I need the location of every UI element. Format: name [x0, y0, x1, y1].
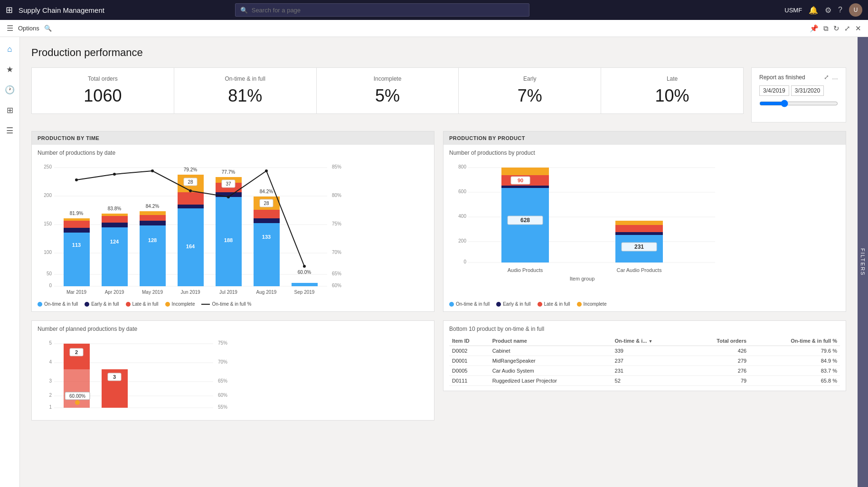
svg-point-60	[151, 169, 154, 172]
cell-on-time-pct: 65.8 %	[749, 376, 840, 386]
notification-icon[interactable]: 🔔	[809, 6, 818, 15]
refresh-icon[interactable]: ↻	[833, 24, 840, 33]
production-time-svg: 250 200 150 100 50 0 85% 80% 75% 70%	[38, 159, 341, 297]
report-date-end[interactable]: 3/31/2020	[791, 85, 824, 96]
cell-on-time-pct: 83.7 %	[749, 366, 840, 376]
svg-text:90: 90	[518, 178, 523, 183]
kpi-on-time-value: 81%	[184, 86, 307, 106]
svg-text:0: 0	[463, 259, 466, 264]
close-icon[interactable]: ✕	[855, 24, 861, 33]
svg-text:800: 800	[458, 164, 466, 169]
svg-text:3: 3	[113, 374, 116, 380]
settings-icon[interactable]: ⚙	[825, 6, 831, 15]
kpi-early-label: Early	[468, 75, 591, 82]
options-search-icon[interactable]: 🔍	[44, 25, 52, 32]
chart-by-time-svg: 250 200 150 100 50 0 85% 80% 75% 70%	[38, 159, 428, 299]
top-nav-right: USMF 🔔 ⚙ ? U	[784, 3, 862, 17]
report-expand-icon[interactable]: ⤢	[824, 74, 829, 81]
options-label: Options	[18, 25, 39, 32]
svg-rect-33	[178, 205, 204, 208]
bar-caraudio-incomplete	[615, 221, 663, 225]
legend-prod-early: Early & in full	[496, 301, 530, 307]
app-grid-icon[interactable]: ⊞	[6, 5, 13, 15]
legend-label-prod-late: Late & in full	[544, 301, 570, 307]
help-icon[interactable]: ?	[838, 6, 842, 14]
chart-by-product-legend: On-time & in full Early & in full Late &…	[449, 301, 840, 307]
company-selector[interactable]: USMF	[784, 7, 802, 14]
svg-text:100: 100	[44, 250, 52, 255]
svg-rect-49	[254, 218, 280, 223]
table-row: D0002 Cabinet 339 426 79.6 %	[449, 346, 840, 356]
hamburger-icon[interactable]: ☰	[7, 24, 13, 33]
content-area: Production performance Total orders 1060…	[20, 37, 858, 487]
report-more-icon[interactable]: …	[832, 74, 838, 81]
svg-point-63	[265, 169, 268, 172]
production-product-svg: 800 600 400 200 0	[449, 159, 734, 297]
cell-total-orders: 426	[688, 346, 749, 356]
legend-prod-incomplete: Incomplete	[577, 301, 607, 307]
svg-text:2: 2	[75, 349, 78, 355]
kpi-section: Total orders 1060 On-time & in full 81% …	[31, 67, 846, 122]
chart-by-product-header: PRODUCTION BY PRODUCT	[443, 131, 846, 145]
kpi-total-orders: Total orders 1060	[31, 67, 174, 114]
svg-text:85%: 85%	[332, 164, 341, 169]
kpi-late: Late 10%	[601, 67, 744, 114]
legend-label-ontime: On-time & in full	[44, 301, 78, 307]
col-item-id: Item ID	[449, 336, 490, 346]
charts-row: PRODUCTION BY TIME Number of productions…	[31, 131, 846, 421]
svg-rect-48	[254, 223, 280, 286]
bar-mar-incomplete	[64, 218, 90, 221]
svg-rect-28	[140, 215, 166, 221]
bar-caraudio-late	[615, 225, 663, 232]
chart-section-right: PRODUCTION BY PRODUCT Number of producti…	[443, 131, 846, 421]
cell-total-orders: 276	[688, 366, 749, 376]
svg-text:60.00%: 60.00%	[69, 393, 85, 399]
filters-panel[interactable]: FILTERS	[858, 37, 868, 487]
global-search-bar[interactable]: 🔍	[235, 3, 529, 17]
chart-by-time-inner: Number of productions by date 250 200 15…	[32, 145, 434, 311]
legend-label-early: Early & in full	[91, 301, 119, 307]
legend-early: Early & in full	[85, 301, 119, 307]
svg-text:5: 5	[49, 340, 52, 346]
report-dates: 3/4/2019 3/31/2020	[759, 85, 838, 96]
chart-by-product: PRODUCTION BY PRODUCT Number of producti…	[443, 131, 846, 312]
svg-text:188: 188	[224, 237, 233, 243]
bar-audio-early	[501, 186, 549, 188]
sidebar-home-icon[interactable]: ⌂	[7, 41, 12, 58]
sidebar-workspace-icon[interactable]: ⊞	[7, 102, 13, 119]
copy-icon[interactable]: ⧉	[823, 24, 829, 33]
svg-rect-22	[102, 216, 128, 223]
svg-text:628: 628	[520, 217, 530, 224]
sidebar-history-icon[interactable]: 🕐	[5, 81, 15, 99]
table-row: D0005 Car Audio System 231 276 83.7 %	[449, 366, 840, 376]
svg-text:150: 150	[44, 221, 52, 226]
report-date-start[interactable]: 3/4/2019	[759, 85, 789, 96]
legend-label-prod-ontime: On-time & in full	[456, 301, 490, 307]
svg-rect-20	[102, 227, 128, 286]
kpi-late-label: Late	[611, 75, 734, 82]
bar-mar-early	[64, 228, 90, 233]
svg-text:113: 113	[72, 242, 81, 248]
bar-mar-late	[64, 221, 90, 228]
col-total-orders: Total orders	[688, 336, 749, 346]
svg-text:81.9%: 81.9%	[70, 211, 83, 216]
svg-text:80%: 80%	[332, 193, 341, 198]
svg-text:Apr 2019: Apr 2019	[105, 290, 124, 295]
cell-product-name: Ruggedized Laser Projector	[490, 376, 612, 386]
col-on-time-pct: On-time & in full %	[749, 336, 840, 346]
global-search-input[interactable]	[252, 7, 524, 14]
svg-text:84.2%: 84.2%	[260, 189, 273, 194]
sidebar-list-icon[interactable]: ☰	[6, 122, 13, 140]
expand-icon[interactable]: ⤢	[844, 24, 850, 33]
svg-text:164: 164	[186, 244, 195, 249]
svg-text:2: 2	[49, 393, 52, 398]
pin-icon[interactable]: 📌	[810, 24, 819, 33]
svg-text:Jul 2019: Jul 2019	[219, 290, 237, 295]
col-on-time-count[interactable]: On-time & i... ▼	[612, 336, 688, 346]
report-slider[interactable]	[759, 100, 838, 109]
user-avatar[interactable]: U	[849, 3, 862, 17]
svg-text:75%: 75%	[218, 340, 227, 346]
cell-total-orders: 79	[688, 376, 749, 386]
bar-audio-ontime	[501, 188, 549, 262]
sidebar-star-icon[interactable]: ★	[6, 61, 13, 78]
